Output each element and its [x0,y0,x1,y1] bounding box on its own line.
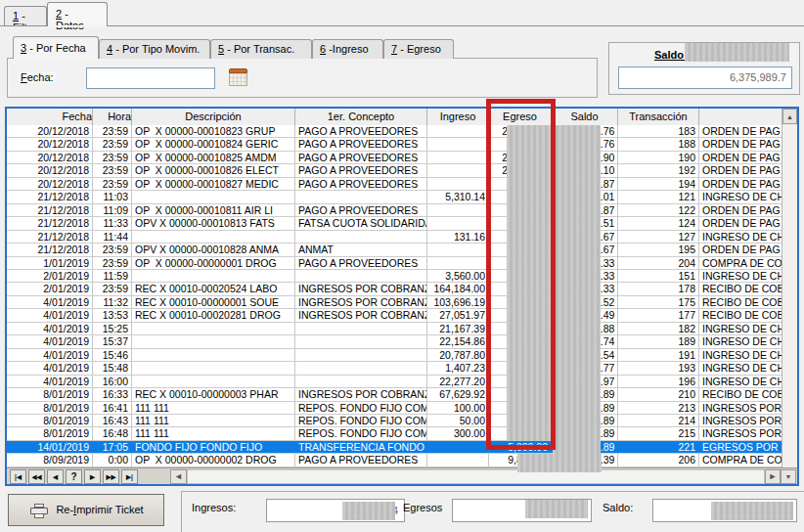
table-row[interactable]: 20/12/201823:59OP X 00000-00010825 AMDMP… [7,152,782,164]
cell-tipo: COMPRA DE CO [699,454,782,466]
cell-saldo: 5,770,215.76 [552,125,618,137]
fecha-filter-groupbox: Fecha: [7,58,598,98]
cell-saldo: 6,171,304.89 [552,388,618,400]
subtab-ingreso[interactable]: 6 -Ingreso [312,39,383,59]
col-header-saldo[interactable]: Saldo [552,109,618,125]
table-row[interactable]: 21/12/201811:44131.165,718,963.67127INGR… [7,231,782,244]
navigator-button-0[interactable]: |◀ [10,469,26,484]
cell-saldo: 5,885,132.33 [552,283,618,294]
cell-transaccion: 193 [618,362,699,374]
table-row[interactable]: 8/01/201916:43111 111REPOS. FONDO FIJO C… [7,415,782,427]
navigator-button-2[interactable]: ◀ [47,469,64,484]
cell-hora: 11:59 [93,270,132,282]
saldo-anterior-groupbox: Saldo Anterior 6,375,989.7 [608,42,800,95]
cell-egreso [489,402,552,414]
footer-top-border [181,491,804,492]
navigator-button-3[interactable]: ? [66,469,82,484]
table-row[interactable]: 20/12/201823:59OP X 00000-00010826 ELECT… [7,164,782,177]
cell-concepto [295,270,427,282]
cell-saldo: 5,718,463.67 [552,244,618,255]
table-row[interactable]: 21/12/201811:33OPV X 00000-00010813 FATS… [7,217,782,230]
table-row[interactable]: 4/01/201915:4620,787.806,079,990.54191IN… [7,349,782,362]
table-row[interactable]: 14/01/201917:05FONDO FIJO FONDO FIJOTRAN… [7,441,782,454]
navigator-button-6[interactable]: ▶| [121,469,138,484]
calendar-icon[interactable] [229,68,247,86]
cell-ingreso [427,138,489,150]
cell-tipo: INGRESOS POR [699,402,782,414]
cell-ingreso: 20,787.80 [427,349,489,361]
table-row[interactable]: 1/01/201923:59OP X 00000-00000001 DROGPA… [7,257,782,270]
cell-transaccion: 190 [618,152,699,163]
table-row[interactable]: 20/12/201823:59OP X 00000-00010823 GRUPP… [7,125,782,138]
tab-datos[interactable]: 2 - Datos [47,2,108,26]
subtab-egreso[interactable]: 7 - Egreso [383,39,454,59]
cell-concepto: INGRESOS POR COBRANZAS [295,388,427,400]
cell-fecha: 21/12/2018 [7,217,93,229]
table-row[interactable]: 20/12/201823:59OP X 00000-00010827 MEDIC… [7,178,782,191]
cell-ingreso [427,454,489,466]
subtab-por-transac[interactable]: 5 - Por Transac. [210,39,312,59]
cell-ingreso: 50.00 [427,415,489,426]
col-header-tipo[interactable] [699,109,782,125]
table-row[interactable]: 8/01/201916:33REC X 00010-00000003 PHARI… [7,388,782,401]
cell-egreso [489,283,552,294]
tab-filtro[interactable]: 1 - Filtro [4,6,47,26]
cell-saldo: 5,717,388.33 [552,257,618,269]
col-header-concepto[interactable]: 1er. Concepto [295,109,427,125]
table-row[interactable]: 4/01/201915:2521,167.396,037,047.88182IN… [7,323,782,335]
cell-saldo: 5,725,973.01 [552,191,618,202]
col-header-descripcion[interactable]: Descripción [132,109,295,125]
table-row[interactable]: 4/01/201915:3722,154.866,059,202.74189IN… [7,335,782,348]
navigator-button-1[interactable]: ◀◀ [28,469,45,484]
table-row[interactable]: 21/12/201823:59OPV X 00000-00010828 ANMA… [7,244,782,256]
cell-concepto: INGRESOS POR COBRANZAS [295,296,427,308]
col-header-hora[interactable]: Hora [93,109,132,125]
cell-ingreso: 3,560.00 [427,270,489,282]
table-row[interactable]: 21/12/201811:09OP X 00000-00010811 AIR L… [7,204,782,217]
col-header-egreso[interactable]: Egreso [489,109,552,125]
scroll-left-arrow-icon[interactable]: ◄ [170,469,187,484]
cell-saldo: 6,059,202.74 [552,335,618,347]
table-row[interactable]: 4/01/201916:0022,277.206,103,674.97196IN… [7,376,782,388]
cell-tipo: INGRESO DE CH [699,362,782,374]
cell-fecha: 8/01/2019 [7,388,93,400]
tab-datos-label: 2 - Datos [56,8,84,31]
table-row[interactable]: 4/01/201913:53REC X 00010-00020281 DROGI… [7,309,782,322]
horizontal-scrollbar-track[interactable] [187,469,765,484]
table-row[interactable]: 4/01/201915:481,407.236,081,397.77193ING… [7,362,782,375]
table-row[interactable]: 2/01/201923:59REC X 00010-00020524 LABOI… [7,283,782,295]
cell-egreso [489,296,552,308]
table-row[interactable]: 8/01/201916:48111 111REPOS. FONDO FIJO C… [7,427,782,440]
scroll-down-arrow-icon[interactable]: ▼ [781,469,796,484]
col-header-fecha[interactable]: Fecha [7,109,93,125]
cell-concepto: INGRESOS POR COBRANZAS [295,309,427,321]
reprint-ticket-button[interactable]: Re-Imprimir Ticket [8,494,164,526]
col-header-transaccion[interactable]: Transacción [618,109,699,125]
fecha-input[interactable] [86,67,215,89]
table-row[interactable]: 4/01/201911:32REC X 00010-00000001 SOUEI… [7,296,782,309]
scroll-up-arrow-icon[interactable]: ▲ [782,109,797,124]
subtab-por-fecha[interactable]: 3 - Por Fecha [13,36,99,59]
scroll-right-arrow-icon[interactable]: ► [765,469,781,484]
cell-tipo: INGRESOS POR [699,427,782,439]
subtab-por-tipo-movim[interactable]: 4 - Por Tipo Movim. [99,39,210,59]
navigator-button-4[interactable]: ▶ [84,469,101,484]
cell-transaccion: 183 [618,125,699,137]
cell-egreso: 5,203.00 [489,138,552,150]
table-row[interactable]: 21/12/201811:035,310.145,725,973.01121IN… [7,191,782,203]
cell-concepto: PAGO A PROVEEDORES [295,138,427,150]
cell-ingreso: 100.00 [427,402,489,414]
navigator-button-5[interactable]: ▶▶ [103,469,119,484]
table-row[interactable]: 20/12/201823:59OP X 00000-00010824 GERIC… [7,138,782,151]
table-row[interactable]: 8/01/201916:41111 111REPOS. FONDO FIJO C… [7,402,782,415]
cell-hora: 23:59 [93,257,132,269]
table-row[interactable]: 2/01/201911:593,560.005,720,948.33151ING… [7,270,782,283]
calendar-icon-body [229,73,247,86]
col-header-ingreso[interactable]: Ingreso [427,109,489,125]
main-tab-bar: 1 - Filtro 2 - Datos [0,0,804,25]
cell-saldo: 6,171,754.89 [552,427,618,439]
cell-fecha: 21/12/2018 [7,244,93,255]
cell-transaccion: 127 [618,231,699,243]
table-row[interactable]: 8/09/20190:00OP X 00000-00000002 DROGPAG… [7,454,782,466]
vertical-scrollbar[interactable]: ▲ [782,109,797,467]
